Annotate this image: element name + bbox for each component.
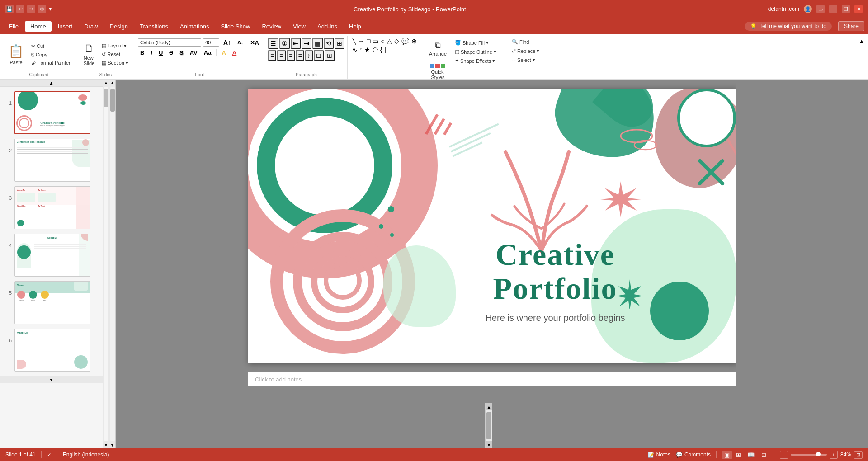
slide-thumb-2[interactable]: 2 Contents of This Template [4, 138, 99, 183]
slide-thumb-1[interactable]: 1 Crea [4, 90, 99, 135]
panel-scroll-thumb[interactable] [104, 89, 108, 107]
canvas-scroll-down[interactable]: ▼ [109, 442, 115, 448]
brace-shape[interactable]: { [379, 46, 383, 54]
menu-home[interactable]: Home [25, 21, 52, 32]
menu-review[interactable]: Review [256, 21, 287, 32]
select-button[interactable]: ⊹ Select ▾ [509, 56, 542, 64]
spacing-button[interactable]: AV [188, 48, 200, 57]
line-shape[interactable]: ╲ [351, 37, 357, 45]
close-icon[interactable]: ✕ [854, 5, 863, 13]
zoom-out-button[interactable]: − [780, 451, 788, 459]
star-shape[interactable]: ★ [363, 46, 371, 54]
convert-to-smartart[interactable]: ⊞ [325, 50, 335, 61]
view-normal-button[interactable]: ▣ [722, 451, 732, 459]
zoom-in-button[interactable]: + [830, 451, 838, 459]
grow-font-button[interactable]: A↑ [221, 38, 233, 47]
align-right-button[interactable]: ≡ [287, 50, 295, 61]
canvas-scroll-up[interactable]: ▲ [109, 80, 115, 86]
view-presenter-button[interactable]: ⊡ [759, 451, 769, 459]
para-spacing-button[interactable]: ⊟ [314, 50, 324, 61]
highlight-button[interactable]: A [219, 48, 228, 57]
font-color-button[interactable]: A [230, 48, 239, 57]
bold-button[interactable]: B [138, 48, 146, 57]
replace-button[interactable]: ⇄ Replace ▾ [509, 47, 542, 55]
curve-shape[interactable]: ∿ [351, 46, 359, 54]
strikethrough-button[interactable]: S [167, 48, 175, 57]
zoom-slider[interactable] [791, 454, 827, 456]
oval-shape[interactable]: ○ [380, 37, 385, 45]
shape-outline-button[interactable]: ▢ Shape Outline ▾ [452, 48, 499, 56]
notes-area[interactable]: Click to add notes [248, 372, 736, 386]
panel-scroll-arrow-down[interactable]: ▼ [103, 442, 109, 448]
columns-button[interactable]: ▦ [312, 38, 323, 49]
main-slide-canvas[interactable]: Creative Portfolio Here is where your po… [248, 89, 736, 363]
section-button[interactable]: ▦ Section ▾ [99, 59, 131, 67]
right-scroll-up[interactable]: ▲ [486, 403, 492, 410]
panel-scroll-up[interactable]: ▲ [0, 80, 103, 87]
shadow-button[interactable]: S [177, 48, 186, 57]
select-dropdown[interactable]: ▾ [533, 57, 535, 63]
text-direction-button[interactable]: ⟲ [324, 38, 334, 49]
menu-addins[interactable]: Add-ins [312, 21, 343, 32]
callout-shape[interactable]: 💬 [401, 37, 410, 45]
ribbon-collapse[interactable]: ▲ [857, 36, 866, 46]
case-button[interactable]: Aa [202, 48, 214, 57]
right-scroll-thumb[interactable] [486, 412, 491, 439]
justify-button[interactable]: ≡ [296, 50, 304, 61]
user-avatar[interactable]: 👤 [804, 5, 812, 13]
menu-slideshow[interactable]: Slide Show [215, 21, 255, 32]
decrease-indent-button[interactable]: ⇤ [291, 38, 301, 49]
smartart-button[interactable]: ⊞ [335, 38, 344, 49]
line-spacing-button[interactable]: ↕ [305, 50, 313, 61]
numbering-button[interactable]: ① [279, 38, 290, 49]
bullets-button[interactable]: ☰ [268, 38, 278, 49]
slide-thumb-6[interactable]: 6 What I Do [4, 328, 99, 372]
replace-dropdown[interactable]: ▾ [537, 48, 539, 54]
diamond-shape[interactable]: ◇ [393, 37, 400, 45]
shape-fill-button[interactable]: 🪣 Shape Fill ▾ [452, 39, 499, 47]
fit-to-window-button[interactable]: ⊡ [854, 451, 863, 459]
menu-draw[interactable]: Draw [79, 21, 103, 32]
undo-icon[interactable]: ↩ [16, 5, 24, 13]
shape-fill-dropdown[interactable]: ▾ [486, 40, 489, 46]
bracket-shape[interactable]: [ [384, 46, 387, 54]
italic-button[interactable]: I [148, 48, 155, 57]
menu-view[interactable]: View [288, 21, 311, 32]
arc-shape[interactable]: ◜ [359, 46, 363, 54]
slide-thumb-4[interactable]: 4 About Me [4, 233, 99, 278]
shape-outline-dropdown[interactable]: ▾ [494, 49, 496, 55]
menu-animations[interactable]: Animations [175, 21, 214, 32]
arrow-shape[interactable]: → [357, 37, 365, 45]
share-button[interactable]: Share [838, 21, 864, 31]
menu-help[interactable]: Help [344, 21, 367, 32]
view-slide-sorter-button[interactable]: ⊞ [734, 451, 743, 459]
align-left-button[interactable]: ≡ [268, 50, 276, 61]
layout-dropdown[interactable]: ▾ [124, 43, 127, 49]
reset-button[interactable]: ↺ Reset [99, 51, 131, 58]
increase-indent-button[interactable]: ⇥ [302, 38, 311, 49]
shrink-font-button[interactable]: A↓ [235, 39, 245, 46]
shape-effects-dropdown[interactable]: ▾ [492, 58, 495, 64]
notes-button[interactable]: 📝 Notes [648, 452, 670, 458]
right-scroll-down[interactable]: ▼ [486, 441, 492, 448]
triangle-shape[interactable]: △ [386, 37, 393, 45]
customize-qat-icon[interactable]: ⚙ [38, 5, 46, 13]
arrange-button[interactable]: ⧉ Arrange [425, 37, 450, 60]
menu-transitions[interactable]: Transitions [134, 21, 174, 32]
slide-thumb-3[interactable]: 3 About Me My Career What I Do My Work [4, 185, 99, 230]
new-slide-button[interactable]: 🗋 New Slide [80, 38, 98, 70]
underline-button[interactable]: U [156, 48, 165, 57]
paste-button[interactable]: 📋 Paste [5, 38, 28, 70]
tell-me-box[interactable]: 💡 Tell me what you want to do [745, 22, 832, 31]
shape-effects-button[interactable]: ✦ Shape Effects ▾ [452, 57, 499, 65]
panel-scroll-down[interactable]: ▼ [0, 376, 103, 383]
menu-file[interactable]: File [4, 21, 24, 32]
menu-design[interactable]: Design [104, 21, 133, 32]
minimize-icon[interactable]: ─ [829, 5, 837, 13]
layout-button[interactable]: ▤ Layout ▾ [99, 42, 131, 50]
find-button[interactable]: 🔍 Find [509, 38, 542, 46]
rounded-rect-shape[interactable]: ▭ [372, 37, 379, 45]
view-reading-button[interactable]: 📖 [745, 451, 757, 459]
canvas-scroll-thumb[interactable] [110, 89, 115, 112]
format-painter-button[interactable]: 🖌 Format Painter [28, 59, 73, 66]
